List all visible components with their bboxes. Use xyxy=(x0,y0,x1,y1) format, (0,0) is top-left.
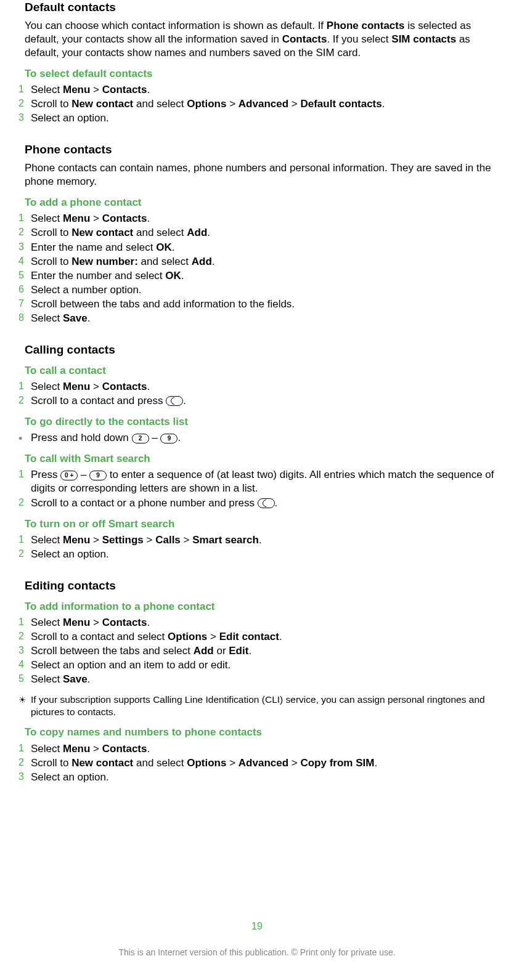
step-number: 2 xyxy=(18,496,31,509)
text: Scroll to xyxy=(31,757,71,769)
text: > xyxy=(181,534,192,546)
text: . xyxy=(382,98,385,110)
bold: Menu xyxy=(63,617,90,628)
steps-call-contact: 1Select Menu > Contacts. 2Scroll to a co… xyxy=(18,380,496,408)
step-text: Scroll to New contact and select Options… xyxy=(31,756,496,770)
step-number: 1 xyxy=(18,616,31,629)
step: 8Select Save. xyxy=(18,312,496,325)
text: . xyxy=(147,381,150,392)
step: 2Scroll to a contact and select Options … xyxy=(18,630,496,644)
step-text: Enter the name and select OK. xyxy=(31,241,496,254)
text: . xyxy=(279,631,282,642)
bold: Advanced xyxy=(239,757,288,769)
step: 7Scroll between the tabs and add informa… xyxy=(18,298,496,311)
steps-add-phone-contact: 1Select Menu > Contacts. 2Scroll to New … xyxy=(18,212,496,325)
step: 1Select Menu > Contacts. xyxy=(18,212,496,225)
bold: Contacts xyxy=(102,617,147,628)
footer-note: This is an Internet version of this publ… xyxy=(0,947,514,958)
step-text: Scroll to a contact or a phone number an… xyxy=(31,496,496,510)
text: . If you select xyxy=(327,33,391,45)
step-number: 3 xyxy=(18,644,31,657)
text: > xyxy=(90,84,102,95)
bold: Menu xyxy=(63,743,90,755)
step: 4Select an option and an item to add or … xyxy=(18,658,496,672)
step: 5Select Save. xyxy=(18,673,496,686)
bold: Calls xyxy=(155,534,181,546)
para-default-contacts: You can choose which contact information… xyxy=(25,19,496,60)
step-number: 2 xyxy=(18,630,31,643)
key-2-icon: 2 xyxy=(132,434,149,443)
bold: Edit xyxy=(229,645,248,657)
lightbulb-icon: ☀ xyxy=(18,694,31,705)
step: 1Select Menu > Contacts. xyxy=(18,380,496,394)
bold: New contact xyxy=(71,98,133,110)
step-text: Select Menu > Contacts. xyxy=(31,742,496,756)
bold: Menu xyxy=(63,381,90,392)
text: and select xyxy=(133,227,187,238)
step-text: Scroll to New contact and select Add. xyxy=(31,226,496,240)
text: . xyxy=(248,645,251,657)
bold: Options xyxy=(187,98,226,110)
step-text: Scroll between the tabs and select Add o… xyxy=(31,644,496,658)
step-number: 3 xyxy=(18,771,31,784)
text: . xyxy=(147,743,150,755)
step-text: Select Save. xyxy=(31,673,496,686)
step-number: 2 xyxy=(18,226,31,239)
text: Select xyxy=(31,743,63,755)
bullet-icon: • xyxy=(18,431,31,444)
bold: OK xyxy=(156,241,172,253)
step-number: 3 xyxy=(18,111,31,124)
step-number: 5 xyxy=(18,269,31,282)
step: 2Scroll to New contact and select Add. xyxy=(18,226,496,240)
bold: Contacts xyxy=(102,743,147,755)
step: 2Scroll to New contact and select Option… xyxy=(18,97,496,111)
step: 2Scroll to a contact or a phone number a… xyxy=(18,496,496,510)
subheading-add-phone-contact: To add a phone contact xyxy=(25,196,496,209)
bold: Advanced xyxy=(239,98,288,110)
text: . xyxy=(177,432,181,443)
step: 3Enter the name and select OK. xyxy=(18,241,496,254)
bold: Options xyxy=(168,631,207,642)
bold: Save xyxy=(63,673,88,685)
bold: Options xyxy=(187,757,226,769)
subheading-smart-search: To call with Smart search xyxy=(25,452,496,466)
text: Select xyxy=(31,381,63,392)
subheading-toggle-smart-search: To turn on or off Smart search xyxy=(25,517,496,531)
page-number: 19 xyxy=(0,920,514,933)
step-text: Scroll to a contact and select Options >… xyxy=(31,630,496,644)
step-text: Select Save. xyxy=(31,312,496,325)
text: Select xyxy=(31,617,63,628)
text: Scroll to a contact and press xyxy=(31,395,166,407)
text: . xyxy=(88,673,91,685)
tip-text: If your subscription supports Calling Li… xyxy=(31,694,496,718)
steps-copy-from-sim: 1Select Menu > Contacts. 2Scroll to New … xyxy=(18,742,496,784)
bold: Contacts xyxy=(102,381,147,392)
bold: Add xyxy=(194,645,214,657)
text: Scroll to a contact or a phone number an… xyxy=(31,497,258,509)
subheading-select-default: To select default contacts xyxy=(25,67,496,81)
call-key-icon xyxy=(166,396,183,406)
step: 2Scroll to New contact and select Option… xyxy=(18,756,496,770)
text: Press and hold down xyxy=(31,432,132,443)
step-text: Select Menu > Contacts. xyxy=(31,212,496,225)
step-number: 5 xyxy=(18,673,31,686)
bold: Menu xyxy=(63,213,90,224)
text: and select xyxy=(138,256,192,267)
bold: Contacts xyxy=(282,33,327,45)
bold: Add xyxy=(192,256,212,267)
step: 1Select Menu > Contacts. xyxy=(18,83,496,97)
key-9-icon: 9 xyxy=(160,434,177,443)
text: > xyxy=(90,534,102,546)
subheading-goto-contacts-list: To go directly to the contacts list xyxy=(25,415,496,429)
text: You can choose which contact information… xyxy=(25,20,327,31)
text: Scroll to xyxy=(31,227,71,238)
step: 1Press 0 + – 9 to enter a sequence of (a… xyxy=(18,468,496,495)
step-number: 1 xyxy=(18,212,31,225)
step-text: Press and hold down 2 – 9. xyxy=(31,431,496,445)
step: 1Select Menu > Contacts. xyxy=(18,616,496,630)
para-phone-contacts: Phone contacts can contain names, phone … xyxy=(25,161,496,188)
step-text: Select Menu > Contacts. xyxy=(31,380,496,394)
bold: OK xyxy=(165,270,181,281)
bold: New contact xyxy=(71,757,133,769)
step-number: 2 xyxy=(18,548,31,561)
